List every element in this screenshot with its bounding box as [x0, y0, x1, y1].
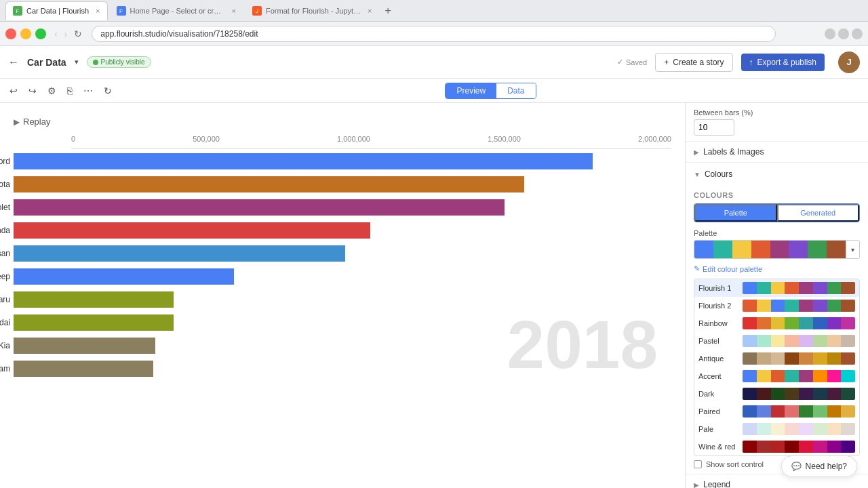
- bar-fill: [14, 338, 155, 354]
- bar-row: Toyota 2,128,576: [14, 175, 671, 194]
- bar-fill: [14, 199, 505, 216]
- option-color: [757, 282, 771, 294]
- visibility-badge: Publicly visible: [87, 56, 151, 68]
- project-title[interactable]: Car Data: [27, 57, 66, 68]
- option-color: [813, 282, 827, 294]
- option-color: [799, 317, 813, 329]
- palette-option[interactable]: Flourish 2: [694, 297, 859, 314]
- bar-fill: [14, 361, 153, 377]
- data-tab[interactable]: Data: [496, 83, 535, 98]
- palette-option-colors: [743, 335, 855, 347]
- bar-row: Subaru 667,756: [14, 290, 671, 309]
- palette-option[interactable]: Accent: [694, 367, 859, 385]
- browser-bar: ‹ › ↻ app.flourish.studio/visualisation/…: [0, 22, 868, 46]
- settings-button[interactable]: ⚙: [43, 83, 60, 99]
- palette-dropdown-icon: ▾: [846, 241, 859, 258]
- create-story-button[interactable]: + Create a story: [655, 53, 732, 72]
- redo-button[interactable]: ↪: [24, 83, 41, 99]
- export-publish-button[interactable]: ↑ Export & publish: [741, 54, 825, 71]
- bar-fill: [14, 153, 593, 169]
- option-color: [827, 300, 842, 312]
- palette-option[interactable]: Paired: [694, 403, 859, 420]
- palette-selector[interactable]: ▾: [694, 240, 860, 259]
- more-button[interactable]: ⋯: [79, 83, 97, 99]
- option-color: [841, 300, 855, 312]
- tab-close-jupyter[interactable]: ×: [368, 7, 372, 15]
- back-button[interactable]: ←: [8, 56, 19, 68]
- create-story-icon: +: [664, 58, 669, 67]
- show-sort-checkbox[interactable]: [694, 460, 702, 468]
- tab-close-car-data[interactable]: ×: [96, 7, 100, 15]
- palette-option[interactable]: Wine & red: [694, 438, 859, 455]
- option-color: [813, 300, 827, 312]
- palette-option-colors: [743, 352, 855, 365]
- option-color: [757, 335, 771, 347]
- palette-option[interactable]: Rainbow: [694, 314, 859, 332]
- bar-row: Chevrolet 2,047,508: [14, 198, 671, 217]
- toolbar: ↩ ↪ ⚙ ⎘ ⋯ ↻ Preview Data: [0, 79, 868, 103]
- palette-color-swatch: [694, 241, 713, 258]
- project-dropdown-btn[interactable]: ▾: [75, 58, 79, 66]
- option-color: [813, 352, 827, 365]
- option-color: [827, 317, 842, 329]
- preview-tab[interactable]: Preview: [446, 83, 496, 98]
- palette-option-colors: [743, 423, 855, 435]
- palette-option-name: Dark: [698, 390, 743, 398]
- palette-option[interactable]: Pale: [694, 420, 859, 438]
- option-color: [743, 441, 757, 453]
- refresh-viz-button[interactable]: ↻: [100, 83, 116, 99]
- tab-close-home[interactable]: ×: [232, 7, 236, 15]
- create-story-label: Create a story: [673, 58, 724, 67]
- option-color: [799, 423, 813, 435]
- palette-color-swatch: [713, 241, 732, 258]
- refresh-btn[interactable]: ↻: [70, 27, 86, 41]
- option-color: [743, 282, 757, 294]
- forward-nav-btn[interactable]: ›: [62, 27, 71, 41]
- window-close-btn[interactable]: [5, 28, 16, 39]
- option-color: [757, 370, 771, 382]
- option-color: [799, 352, 813, 365]
- palette-option-name: Flourish 1: [698, 284, 743, 292]
- option-color: [841, 388, 855, 400]
- between-bars-input[interactable]: [694, 119, 734, 136]
- new-tab-button[interactable]: +: [380, 5, 395, 17]
- palette-option[interactable]: Pastel: [694, 332, 859, 350]
- palette-option-name: Accent: [698, 372, 743, 380]
- option-color: [743, 352, 757, 365]
- copy-button[interactable]: ⎘: [63, 83, 77, 99]
- need-help-button[interactable]: 💬 Need help?: [781, 455, 857, 477]
- tab-jupyter[interactable]: J Format for Flourish - Jupyter No... ×: [245, 1, 379, 20]
- palette-option-name: Pastel: [698, 337, 743, 345]
- palette-option[interactable]: Flourish 1: [694, 279, 859, 297]
- palette-option-colors: [743, 317, 855, 329]
- bar-label: Hyundai: [0, 313, 10, 332]
- palette-tab-generated[interactable]: Generated: [777, 204, 860, 222]
- option-color: [771, 388, 785, 400]
- edit-colour-link[interactable]: ✎ Edit colour palette: [694, 264, 860, 273]
- address-bar[interactable]: app.flourish.studio/visualisation/718258…: [92, 26, 776, 42]
- tab-home[interactable]: F Home Page - Select or create a ... ×: [109, 1, 243, 20]
- palette-option-name: Rainbow: [698, 319, 743, 327]
- option-color: [743, 423, 757, 435]
- bar-label: Ford: [0, 152, 10, 171]
- back-nav-btn[interactable]: ‹: [52, 27, 60, 41]
- replay-button[interactable]: ▶ Replay: [14, 117, 50, 127]
- palette-option-name: Pale: [698, 425, 743, 433]
- window-max-btn[interactable]: [35, 28, 46, 39]
- saved-icon: ✓: [617, 58, 623, 66]
- option-color: [827, 405, 842, 418]
- avatar[interactable]: J: [838, 52, 860, 73]
- palette-option[interactable]: Dark: [694, 385, 859, 403]
- labels-images-section[interactable]: ▶ Labels & Images: [686, 142, 868, 163]
- palette-option[interactable]: Antique: [694, 350, 859, 367]
- option-color: [771, 300, 785, 312]
- palette-tab-palette[interactable]: Palette: [694, 204, 777, 222]
- window-min-btn[interactable]: [20, 28, 31, 39]
- colours-header[interactable]: ▼ Colours: [686, 163, 868, 186]
- undo-button[interactable]: ↩: [5, 83, 22, 99]
- option-color: [743, 335, 757, 347]
- tab-car-data[interactable]: F Car Data | Flourish ×: [5, 1, 108, 20]
- bar-row: Ram 581,758: [14, 359, 671, 378]
- option-color: [841, 352, 855, 365]
- bar-label: Jeep: [0, 267, 10, 286]
